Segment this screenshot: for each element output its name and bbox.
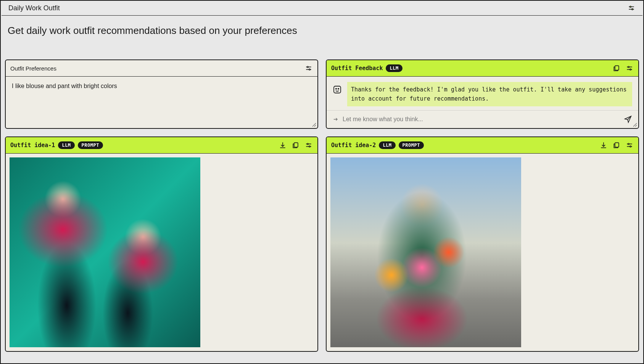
svg-point-3 [632, 9, 633, 10]
feedback-card: Outfit Feedback LLM [326, 59, 639, 129]
outfit-idea-2-title: Outfit idea-2 [331, 142, 376, 149]
settings-icon[interactable] [627, 4, 636, 12]
outfit-idea-1-body [6, 154, 317, 351]
header-bar: Daily Work Outfit [2, 1, 642, 16]
outfit-idea-1-header: Outfit idea-1 LLM PROMPT [6, 137, 317, 154]
download-icon[interactable] [279, 141, 287, 149]
feedback-message-row: Thanks for the feedback! I'm glad you li… [327, 77, 638, 110]
llm-pill: LLM [386, 64, 402, 72]
svg-line-8 [312, 123, 316, 127]
prompt-pill: PROMPT [78, 141, 103, 149]
sliders-icon[interactable] [625, 141, 634, 149]
svg-rect-29 [615, 143, 619, 147]
svg-point-6 [307, 66, 308, 67]
feedback-card-header: Outfit Feedback LLM [327, 60, 638, 77]
svg-rect-10 [615, 66, 619, 70]
app-container: Daily Work Outfit Get daily work outfit … [0, 0, 644, 364]
sliders-icon[interactable] [304, 141, 313, 149]
feedback-card-body: Thanks for the feedback! I'm glad you li… [327, 77, 638, 110]
outfit-idea-2-image [330, 157, 521, 347]
llm-pill: LLM [58, 141, 74, 149]
svg-point-26 [307, 143, 308, 144]
preferences-card-body[interactable]: I like blouse and pant with bright color… [6, 77, 317, 96]
svg-point-7 [309, 69, 310, 70]
svg-point-27 [309, 146, 310, 147]
subtitle: Get daily work outfit recommendations ba… [1, 16, 643, 59]
copy-icon[interactable] [612, 64, 621, 72]
preferences-card-title: Outfit Preferences [10, 65, 56, 72]
arrow-right-icon [333, 116, 339, 122]
outfit-idea-1-title: Outfit idea-1 [10, 142, 55, 149]
download-icon[interactable] [599, 141, 608, 149]
svg-point-33 [630, 146, 631, 147]
outfit-idea-1-image [10, 157, 200, 347]
outfit-idea-2-card: Outfit idea-2 LLM PROMPT [326, 136, 639, 352]
feedback-message: Thanks for the feedback! I'm glad you li… [347, 82, 632, 106]
copy-icon[interactable] [291, 141, 300, 149]
prompt-pill: PROMPT [399, 141, 424, 149]
sliders-icon[interactable] [625, 64, 634, 72]
page-title: Daily Work Outfit [8, 4, 60, 12]
grid-area: Outfit Preferences I like blouse and pan… [1, 59, 643, 352]
svg-line-21 [635, 125, 637, 127]
llm-pill: LLM [379, 141, 395, 149]
svg-point-2 [630, 6, 631, 7]
svg-point-16 [336, 88, 336, 89]
svg-rect-23 [294, 143, 298, 147]
preferences-card: Outfit Preferences I like blouse and pan… [5, 59, 318, 129]
svg-point-17 [338, 88, 339, 89]
svg-point-13 [628, 66, 629, 67]
outfit-idea-1-card: Outfit idea-1 LLM PROMPT [5, 136, 318, 352]
feedback-card-title: Outfit Feedback [331, 65, 383, 72]
copy-icon[interactable] [612, 141, 621, 149]
feedback-input[interactable] [343, 116, 620, 123]
preferences-card-header: Outfit Preferences [6, 60, 317, 77]
smile-icon [333, 85, 342, 94]
preferences-text: I like blouse and pant with bright color… [12, 83, 311, 90]
svg-point-32 [628, 143, 629, 144]
sliders-icon[interactable] [304, 64, 313, 72]
feedback-input-row [327, 110, 638, 128]
svg-point-14 [630, 69, 631, 70]
svg-line-9 [314, 125, 316, 127]
svg-line-20 [633, 123, 637, 127]
svg-rect-15 [334, 86, 341, 93]
resize-handle-icon[interactable] [633, 122, 637, 127]
resize-handle-icon[interactable] [312, 122, 316, 127]
outfit-idea-2-body [327, 154, 638, 351]
send-icon[interactable] [624, 115, 632, 123]
outfit-idea-2-header: Outfit idea-2 LLM PROMPT [327, 137, 638, 154]
